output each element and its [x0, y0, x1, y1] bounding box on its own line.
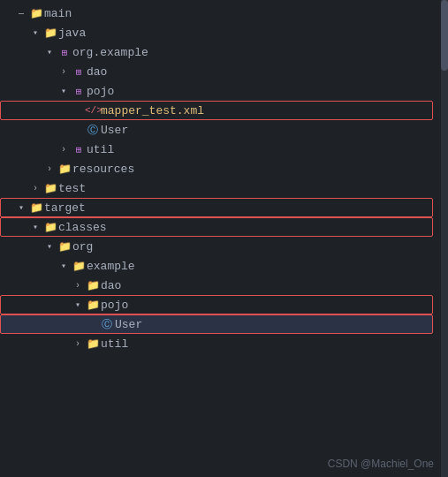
- folder-icon-util2: 📁: [85, 337, 101, 351]
- chevron-pojo: ▾: [57, 86, 71, 96]
- folder-icon-java: 📁: [42, 26, 58, 40]
- folder-icon-classes: 📁: [42, 221, 58, 234]
- tree-item-java[interactable]: ▾ 📁 java: [0, 23, 433, 42]
- label-pojo2: pojo: [101, 299, 128, 312]
- tree-item-classes[interactable]: ▾ 📁 classes: [0, 217, 433, 237]
- label-pojo: pojo: [87, 85, 114, 98]
- watermark: CSDN @Machiel_One: [328, 458, 434, 470]
- label-user-class: User: [115, 318, 142, 331]
- chevron-classes: ▾: [28, 222, 42, 232]
- tree-item-util[interactable]: › ⊞ util: [0, 140, 433, 159]
- tree-item-mapper-test-xml[interactable]: </> mapper_test.xml: [0, 101, 433, 120]
- folder-icon-example2: 📁: [71, 260, 87, 273]
- chevron-util2: ›: [71, 339, 85, 349]
- package-icon-org-example: ⊞: [57, 47, 72, 58]
- tree-item-target[interactable]: ▾ 📁 target: [0, 198, 433, 217]
- chevron-target: ▾: [14, 202, 28, 213]
- folder-icon-pojo2: 📁: [85, 299, 101, 312]
- file-tree: — 📁 main ▾ 📁 java ▾ ⊞ org.example › ⊞ da…: [0, 0, 433, 357]
- label-util: util: [87, 143, 114, 156]
- label-resources: resources: [72, 163, 134, 176]
- label-util2: util: [101, 337, 128, 351]
- label-org2: org: [72, 240, 93, 254]
- tree-item-resources[interactable]: › 📁 resources: [0, 159, 433, 178]
- scrollbar[interactable]: [441, 0, 448, 477]
- label-main: main: [44, 7, 72, 20]
- folder-icon-target: 📁: [28, 201, 44, 215]
- label-classes: classes: [58, 221, 107, 234]
- folder-icon-main: 📁: [28, 7, 44, 20]
- tree-item-example2[interactable]: ▾ 📁 example: [0, 256, 433, 276]
- scrollbar-thumb[interactable]: [441, 0, 448, 71]
- tree-item-dao[interactable]: › ⊞ dao: [0, 62, 433, 81]
- xml-icon-mapper-test: </>: [85, 105, 101, 116]
- chevron-java: ▾: [28, 27, 42, 38]
- label-org-example: org.example: [72, 46, 148, 59]
- tree-item-pojo2[interactable]: ▾ 📁 pojo: [0, 295, 433, 314]
- chevron-pojo2: ▾: [71, 299, 85, 310]
- chevron-dao: ›: [57, 67, 71, 77]
- label-user-java: User: [101, 124, 128, 137]
- tree-item-user-class[interactable]: Ⓒ User: [0, 314, 433, 334]
- chevron-main: —: [14, 9, 28, 19]
- tree-item-main[interactable]: — 📁 main: [0, 4, 433, 23]
- label-dao2: dao: [101, 279, 121, 292]
- tree-item-org-example[interactable]: ▾ ⊞ org.example: [0, 42, 433, 62]
- label-test: test: [58, 182, 86, 195]
- folder-icon-resources: 📁: [57, 163, 72, 176]
- chevron-example2: ▾: [57, 261, 71, 271]
- package-icon-pojo: ⊞: [71, 86, 87, 97]
- chevron-org-example: ▾: [42, 47, 57, 57]
- tree-item-org2[interactable]: ▾ 📁 org: [0, 237, 433, 256]
- tree-item-pojo[interactable]: ▾ ⊞ pojo: [0, 81, 433, 101]
- tree-item-dao2[interactable]: › 📁 dao: [0, 276, 433, 295]
- chevron-util: ›: [57, 145, 71, 155]
- chevron-test: ›: [28, 184, 42, 193]
- label-mapper-test-xml: mapper_test.xml: [101, 104, 204, 117]
- folder-icon-dao2: 📁: [85, 279, 101, 292]
- folder-icon-org2: 📁: [57, 240, 72, 254]
- package-icon-dao: ⊞: [71, 66, 87, 78]
- label-example2: example: [87, 260, 135, 273]
- chevron-org2: ▾: [42, 241, 57, 252]
- class-icon-user-class: Ⓒ: [99, 317, 115, 332]
- folder-icon-test: 📁: [42, 182, 58, 195]
- label-target: target: [44, 201, 86, 215]
- label-java: java: [58, 26, 86, 40]
- chevron-dao2: ›: [71, 281, 85, 291]
- package-icon-util: ⊞: [71, 144, 87, 155]
- tree-item-user-java[interactable]: Ⓒ User: [0, 120, 433, 140]
- chevron-resources: ›: [42, 164, 57, 174]
- tree-item-util2[interactable]: › 📁 util: [0, 334, 433, 353]
- label-dao: dao: [87, 65, 107, 79]
- tree-item-test[interactable]: › 📁 test: [0, 178, 433, 198]
- class-icon-user-java: Ⓒ: [85, 123, 101, 138]
